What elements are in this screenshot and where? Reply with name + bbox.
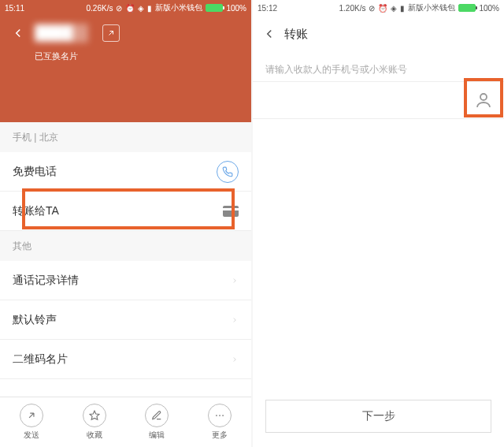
label: 更多: [212, 430, 228, 441]
back-icon[interactable]: [11, 26, 25, 40]
contact-header: ████ 已互换名片: [0, 0, 251, 122]
status-label: 新版小米钱包: [408, 2, 455, 13]
chevron-right-icon: [231, 315, 239, 326]
screen-transfer: 15:12 1.20K/s ⊘ ⏰ ◈ ▮ 新版小米钱包 100% 转账 请输入…: [253, 0, 504, 447]
label: 转账给TA: [13, 204, 59, 218]
next-button[interactable]: 下一步: [265, 400, 491, 433]
back-icon[interactable]: [262, 27, 276, 41]
toolbar-fav[interactable]: 收藏: [83, 404, 106, 441]
alarm-icon: ⏰: [125, 4, 135, 13]
more-icon: [208, 404, 232, 427]
bottom-toolbar: 发送 收藏 编辑 更多: [0, 397, 251, 447]
label: 编辑: [149, 430, 165, 441]
nav-bar: 转账: [253, 16, 504, 52]
signal-icon: ▮: [147, 4, 152, 13]
row-ringtone[interactable]: 默认铃声: [0, 300, 251, 340]
battery-pct: 100%: [226, 4, 246, 13]
list: 手机 | 北京 免费电话 转账给TA 其他 通话记录详情 默认铃声 二维码名片: [0, 122, 251, 379]
chevron-right-icon: [231, 275, 239, 286]
label: 默认铃声: [13, 313, 57, 327]
recipient-input[interactable]: [264, 94, 474, 106]
contact-subtitle: 已互换名片: [0, 50, 251, 62]
battery-icon: [458, 4, 476, 12]
share-icon: [20, 404, 43, 427]
row-qr-card[interactable]: 二维码名片: [0, 340, 251, 379]
contacts-button[interactable]: [474, 91, 493, 110]
chevron-right-icon: [231, 354, 239, 365]
no-disturb-icon: ⊘: [116, 4, 122, 13]
contact-name: ████: [35, 24, 88, 43]
row-free-call[interactable]: 免费电话: [0, 152, 251, 192]
recipient-row: [253, 81, 504, 119]
svg-marker-0: [90, 411, 99, 419]
svg-point-1: [216, 415, 217, 416]
svg-point-3: [222, 415, 224, 416]
star-icon: [83, 404, 106, 427]
svg-point-2: [219, 415, 220, 416]
edit-icon: [145, 404, 169, 427]
share-button[interactable]: [102, 24, 120, 42]
toolbar-edit[interactable]: 编辑: [145, 404, 169, 441]
status-speed: 0.26K/s: [87, 4, 113, 13]
label: 发送: [24, 430, 39, 441]
row-transfer[interactable]: 转账给TA: [0, 192, 251, 231]
wifi-icon: ◈: [138, 4, 144, 13]
label: 通话记录详情: [13, 274, 79, 288]
battery-icon: [206, 4, 223, 12]
status-time: 15:11: [5, 4, 24, 13]
row-phone-info: 手机 | 北京: [0, 122, 251, 152]
toolbar-more[interactable]: 更多: [208, 404, 232, 441]
screen-contact-detail: 15:11 0.26K/s ⊘ ⏰ ◈ ▮ 新版小米钱包 100% ████ 已…: [0, 0, 251, 447]
label: 收藏: [87, 430, 102, 441]
label: 下一步: [362, 409, 395, 423]
toolbar-send[interactable]: 发送: [20, 404, 43, 441]
status-bar: 15:12 1.20K/s ⊘ ⏰ ◈ ▮ 新版小米钱包 100%: [253, 0, 504, 16]
alarm-icon: ⏰: [378, 4, 387, 13]
signal-icon: ▮: [400, 4, 405, 13]
status-bar: 15:11 0.26K/s ⊘ ⏰ ◈ ▮ 新版小米钱包 100%: [0, 0, 251, 16]
status-speed: 1.20K/s: [339, 4, 366, 13]
section-other: 其他: [0, 231, 251, 261]
status-time: 15:12: [258, 4, 277, 13]
no-disturb-icon: ⊘: [369, 4, 375, 13]
wifi-icon: ◈: [391, 4, 397, 13]
card-icon: [223, 206, 239, 217]
input-hint: 请输入收款人的手机号或小米账号: [253, 52, 504, 81]
status-label: 新版小米钱包: [155, 2, 202, 13]
label: 二维码名片: [13, 352, 68, 367]
battery-pct: 100%: [479, 4, 499, 13]
page-title: 转账: [284, 27, 308, 42]
svg-point-4: [480, 94, 487, 100]
label: 免费电话: [13, 165, 57, 179]
phone-icon[interactable]: [217, 161, 239, 183]
row-call-log[interactable]: 通话记录详情: [0, 261, 251, 300]
